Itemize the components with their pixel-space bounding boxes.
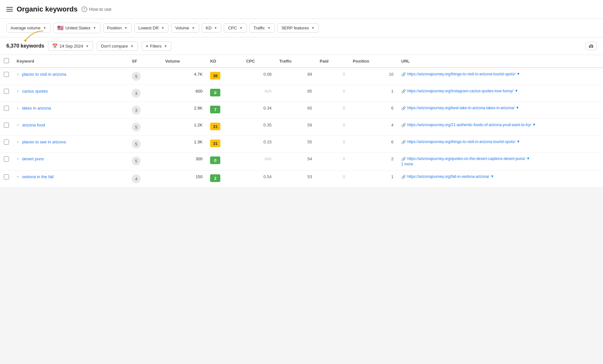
row-traffic-cell: 54 <box>275 153 316 171</box>
header-checkbox-cell[interactable] <box>0 55 13 68</box>
url-link[interactable]: 🔗 https://arizonajourney.org/things-to-v… <box>401 140 599 144</box>
menu-icon[interactable] <box>6 7 13 11</box>
row-checkbox[interactable] <box>4 72 9 77</box>
serp-dropdown-arrow: ▼ <box>311 26 315 30</box>
row-checkbox[interactable] <box>4 89 9 94</box>
row-checkbox-cell[interactable] <box>0 136 13 153</box>
select-all-checkbox[interactable] <box>4 58 9 63</box>
lowest-dr-filter-btn[interactable]: Lowest DR ▼ <box>134 23 168 33</box>
url-link[interactable]: 🔗 https://arizonajourney.org/instagram-c… <box>401 89 599 94</box>
url-link[interactable]: 🔗 https://arizonajourney.org/21-authenti… <box>401 123 599 127</box>
serp-filter-btn[interactable]: SERP features ▼ <box>277 23 319 33</box>
compare-btn[interactable]: Don't compare ▼ <box>97 42 138 51</box>
row-add-btn[interactable]: + <box>17 89 19 94</box>
row-sf-cell: 5 <box>128 68 161 85</box>
url-dropdown-arrow[interactable]: ▼ <box>516 106 519 110</box>
row-volume-cell: 600 <box>161 85 207 102</box>
row-checkbox-cell[interactable] <box>0 85 13 102</box>
sf-badge: 5 <box>132 123 141 132</box>
keyword-link[interactable]: places to visit in arizona <box>22 72 66 77</box>
row-checkbox[interactable] <box>4 174 9 179</box>
url-dropdown-arrow[interactable]: ▼ <box>490 174 494 178</box>
date-picker-btn[interactable]: 📅 24 Sep 2024 ▼ <box>48 41 93 51</box>
columns-icon <box>589 44 593 48</box>
url-dropdown-arrow[interactable]: ▼ <box>532 123 536 126</box>
url-dropdown-arrow[interactable]: ▼ <box>517 140 520 143</box>
header-paid: Paid <box>316 55 349 68</box>
svg-marker-0 <box>24 39 27 42</box>
row-add-btn[interactable]: + <box>17 140 19 144</box>
volume-filter-btn[interactable]: Average volume ▼ <box>6 23 51 33</box>
row-paid-cell: 0 <box>316 171 349 187</box>
row-sf-cell: 4 <box>128 171 161 187</box>
url-link[interactable]: 🔗 https://arizonajourney.org/quotes-on-t… <box>401 156 599 161</box>
row-add-btn[interactable]: + <box>17 123 19 127</box>
row-add-btn[interactable]: + <box>17 156 19 161</box>
row-keyword-cell: + places to see in arizona <box>13 136 128 153</box>
table-row: + desert puns 5 300 0 N/A 54 0 2 🔗 https… <box>0 153 603 171</box>
url-icon: 🔗 <box>401 72 406 77</box>
position-filter-label: Position <box>107 26 122 30</box>
position-filter-btn[interactable]: Position ▼ <box>103 23 132 33</box>
row-traffic-cell: 85 <box>275 85 316 102</box>
header-position: Position <box>349 55 397 68</box>
url-link[interactable]: 🔗 https://arizonajourney.org/things-to-v… <box>401 72 599 77</box>
row-checkbox-cell[interactable] <box>0 153 13 171</box>
keyword-link[interactable]: desert puns <box>22 156 44 161</box>
cpc-filter-btn[interactable]: CPC ▼ <box>224 23 247 33</box>
help-icon: ? <box>82 6 87 12</box>
columns-btn[interactable] <box>585 42 597 50</box>
row-checkbox-cell[interactable] <box>0 102 13 119</box>
url-text: https://arizonajourney.org/quotes-on-the… <box>407 156 525 161</box>
filters-btn[interactable]: ≡ Filters ▼ <box>142 42 171 51</box>
url-link[interactable]: 🔗 https://arizonajourney.org/best-lake-i… <box>401 106 599 110</box>
country-filter-btn[interactable]: 🇺🇸 United States ▼ <box>53 23 100 33</box>
url-dropdown-arrow[interactable]: ▼ <box>517 72 520 76</box>
url-dropdown-arrow[interactable]: ▼ <box>515 89 518 93</box>
row-url-cell: 🔗 https://arizonajourney.org/best-lake-i… <box>397 102 603 119</box>
table-row: + places to see in arizona 5 1.3K 31 0.1… <box>0 136 603 153</box>
url-link[interactable]: 🔗 https://arizonajourney.org/fall-in-sed… <box>401 174 599 179</box>
row-url-cell: 🔗 https://arizonajourney.org/instagram-c… <box>397 85 603 102</box>
kd-badge: 7 <box>210 106 220 113</box>
keyword-link[interactable]: lakes in arizona <box>22 106 51 110</box>
url-dropdown-arrow[interactable]: ▼ <box>526 156 530 160</box>
url-icon: 🔗 <box>401 89 406 94</box>
row-checkbox[interactable] <box>4 106 9 111</box>
row-checkbox[interactable] <box>4 140 9 145</box>
kd-filter-btn[interactable]: KD ▼ <box>202 23 222 33</box>
compare-label: Don't compare <box>101 44 128 49</box>
row-volume-cell: 2.9K <box>161 102 207 119</box>
help-link[interactable]: ? How to use <box>82 6 112 12</box>
keywords-table: Keyword SF Volume KD CPC Traffic Paid Po… <box>0 55 603 187</box>
country-flag: 🇺🇸 <box>57 25 64 31</box>
kd-dropdown-arrow: ▼ <box>214 26 217 30</box>
row-checkbox-cell[interactable] <box>0 68 13 85</box>
more-urls-link[interactable]: 1 more <box>401 162 599 166</box>
help-text: How to use <box>89 7 112 12</box>
row-position-cell: 2 <box>349 153 397 171</box>
keyword-link[interactable]: sedona in the fall <box>22 174 53 179</box>
row-kd-cell: 0 <box>206 85 242 102</box>
row-add-btn[interactable]: + <box>17 174 19 179</box>
url-text: https://arizonajourney.org/21-authentic-… <box>407 123 531 127</box>
row-traffic-cell: 53 <box>275 171 316 187</box>
keyword-link[interactable]: places to see in arizona <box>22 140 66 144</box>
traffic-filter-btn[interactable]: Traffic ▼ <box>249 23 275 33</box>
kd-badge: 36 <box>210 72 220 80</box>
header-cpc: CPC <box>242 55 275 68</box>
row-checkbox[interactable] <box>4 156 9 162</box>
keyword-link[interactable]: cactus quotes <box>22 89 48 94</box>
toolbar: 6,370 keywords 📅 24 Sep 2024 ▼ Don't com… <box>0 37 603 55</box>
row-checkbox-cell[interactable] <box>0 171 13 187</box>
keywords-count-wrapper: 6,370 keywords <box>6 43 44 49</box>
row-checkbox[interactable] <box>4 123 9 128</box>
row-cpc-cell: 0.35 <box>242 119 275 136</box>
row-checkbox-cell[interactable] <box>0 119 13 136</box>
keyword-link[interactable]: arizona food <box>22 123 45 127</box>
volume-filter2-btn[interactable]: Volume ▼ <box>171 23 199 33</box>
kd-badge: 2 <box>210 174 220 182</box>
sf-badge: 3 <box>132 106 141 115</box>
row-add-btn[interactable]: + <box>17 106 19 110</box>
row-add-btn[interactable]: + <box>17 72 19 77</box>
